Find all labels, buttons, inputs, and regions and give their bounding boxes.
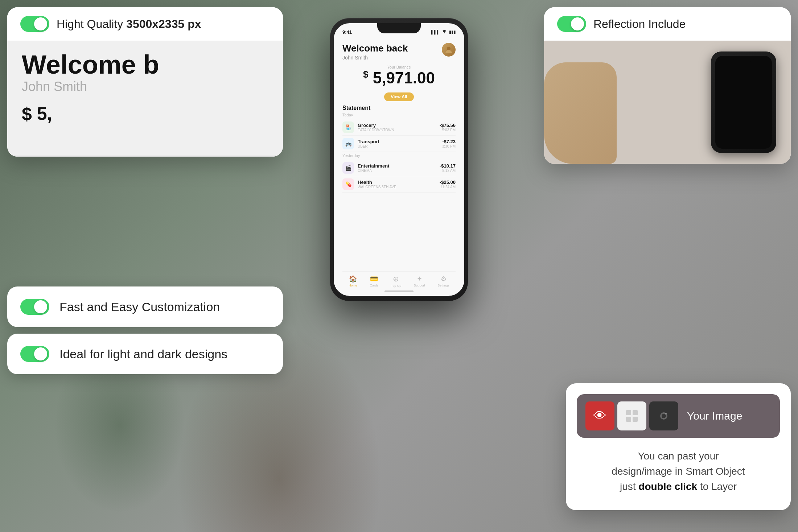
preview-balance: $ 5, bbox=[22, 102, 268, 139]
card-reflection: Reflection Include bbox=[544, 7, 791, 164]
svg-rect-2 bbox=[626, 417, 631, 422]
hand-illustration bbox=[544, 62, 617, 164]
nav-home[interactable]: 🏠 Home bbox=[349, 275, 357, 287]
statement-title: Statement bbox=[342, 105, 456, 111]
entertainment-info: Entertainment CINEMA bbox=[358, 163, 440, 173]
reflection-header: Reflection Include bbox=[544, 7, 791, 41]
designs-toggle[interactable] bbox=[20, 346, 49, 362]
customization-label: Fast and Easy Customization bbox=[59, 300, 220, 314]
grocery-icon: 🏪 bbox=[342, 121, 354, 133]
status-time: 9:41 bbox=[342, 29, 352, 35]
settings-nav-icon: ⚙ bbox=[441, 275, 447, 283]
quality-label: Hight Quality 3500x2335 px bbox=[57, 17, 201, 31]
app-content: Welcome back John Smith Your Balance $ 5… bbox=[334, 38, 464, 296]
dark-phone-mockup bbox=[696, 48, 776, 157]
grocery-info: Grocery EATALY DOWNTOWN bbox=[358, 123, 440, 132]
card-header: Hight Quality 3500x2335 px bbox=[7, 7, 283, 41]
topup-nav-icon: ⊕ bbox=[393, 275, 399, 283]
customization-toggle[interactable] bbox=[20, 299, 49, 315]
phone-notch bbox=[733, 56, 754, 62]
eye-icon: 👁 bbox=[585, 401, 614, 430]
app-welcome-text: Welcome back bbox=[342, 43, 408, 54]
phone-screen: 9:41 ▌▌▌ ▮▮▮ Welcome back John Smith bbox=[334, 23, 464, 296]
battery-icon: ▮▮▮ bbox=[449, 30, 456, 34]
bottom-nav: 🏠 Home 💳 Cards ⊕ Top Up ✦ Support bbox=[342, 271, 456, 289]
entertainment-icon: 🎬 bbox=[342, 162, 354, 174]
designs-label: Ideal for light and dark designs bbox=[59, 347, 227, 361]
app-user-name: John Smith bbox=[342, 55, 408, 61]
svg-rect-3 bbox=[633, 417, 638, 422]
reflection-toggle[interactable] bbox=[557, 16, 586, 32]
txn-grocery: 🏪 Grocery EATALY DOWNTOWN -$75.56 5:03 P… bbox=[342, 119, 456, 136]
quality-preview: Welcome b John Smith $ 5, bbox=[7, 41, 283, 157]
txn-entertainment: 🎬 Entertainment CINEMA -$10.17 9:12 AM bbox=[342, 160, 456, 176]
period-yesterday: Yesterday bbox=[342, 153, 456, 158]
grid-icon bbox=[617, 401, 646, 430]
app-header: Welcome back John Smith bbox=[342, 43, 456, 61]
quality-toggle[interactable] bbox=[20, 16, 49, 32]
preview-name: John Smith bbox=[22, 79, 268, 94]
preview-welcome-text: Welcome b bbox=[22, 51, 268, 78]
photo-icon bbox=[649, 401, 678, 430]
center-phone: 9:41 ▌▌▌ ▮▮▮ Welcome back John Smith bbox=[330, 18, 468, 301]
transport-icon: 🚌 bbox=[342, 138, 354, 149]
balance-amount: $ 5,971.00 bbox=[342, 69, 456, 87]
card-high-quality: Hight Quality 3500x2335 px Welcome b Joh… bbox=[7, 7, 283, 157]
support-nav-icon: ✦ bbox=[417, 275, 422, 283]
signal-icon: ▌▌▌ bbox=[431, 30, 440, 34]
txn-transport: 🚌 Transport UBER -$7.23 3:30 PM bbox=[342, 136, 456, 152]
period-today: Today bbox=[342, 113, 456, 117]
center-phone-wrapper: 9:41 ▌▌▌ ▮▮▮ Welcome back John Smith bbox=[330, 18, 468, 301]
transport-info: Transport UBER bbox=[358, 139, 442, 148]
home-indicator bbox=[384, 290, 414, 292]
svg-point-5 bbox=[662, 414, 666, 418]
phone-dark-screen bbox=[715, 56, 772, 149]
health-info: Health WALGREENS 5TH AVE bbox=[358, 180, 440, 189]
card-smart-object: 👁 Your Image You can past your design/im… bbox=[566, 383, 791, 510]
smart-object-icons-row: 👁 Your Image bbox=[577, 394, 780, 438]
svg-rect-0 bbox=[626, 410, 631, 415]
nav-support[interactable]: ✦ Support bbox=[414, 275, 425, 287]
nav-topup[interactable]: ⊕ Top Up bbox=[391, 275, 402, 288]
home-nav-icon: 🏠 bbox=[349, 275, 357, 283]
nav-settings[interactable]: ⚙ Settings bbox=[437, 275, 449, 287]
cards-nav-icon: 💳 bbox=[370, 275, 378, 283]
balance-dollar: $ bbox=[363, 69, 368, 80]
preview-divider bbox=[7, 156, 283, 157]
reflection-preview bbox=[544, 41, 791, 164]
svg-point-8 bbox=[447, 47, 451, 50]
svg-point-7 bbox=[444, 33, 445, 33]
reflection-label: Reflection Include bbox=[593, 17, 686, 31]
wifi-icon bbox=[442, 29, 447, 34]
statement-section: Statement Today 🏪 Grocery EATALY DOWNTOW… bbox=[342, 105, 456, 271]
your-image-label: Your Image bbox=[687, 410, 742, 422]
svg-point-6 bbox=[665, 413, 667, 415]
health-icon: 💊 bbox=[342, 178, 354, 190]
phone-notch bbox=[377, 23, 421, 33]
svg-rect-1 bbox=[633, 410, 638, 415]
quality-value: 3500x2335 px bbox=[126, 17, 201, 30]
nav-cards[interactable]: 💳 Cards bbox=[370, 275, 378, 287]
card-feature-designs: Ideal for light and dark designs bbox=[7, 334, 283, 374]
user-avatar bbox=[442, 43, 456, 57]
smart-object-description: You can past your design/image in Smart … bbox=[566, 438, 791, 494]
balance-prefix: $ 5, bbox=[22, 104, 52, 124]
card-feature-customization: Fast and Easy Customization bbox=[7, 286, 283, 327]
txn-health: 💊 Health WALGREENS 5TH AVE -$25.00 11:24… bbox=[342, 176, 456, 193]
view-all-button[interactable]: View All bbox=[384, 92, 414, 101]
status-icons: ▌▌▌ ▮▮▮ bbox=[431, 29, 456, 34]
